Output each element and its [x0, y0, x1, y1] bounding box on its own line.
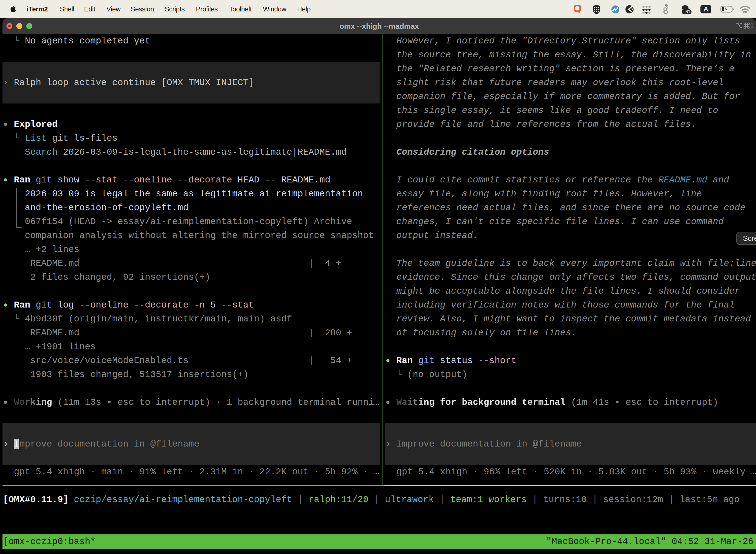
svg-text:1: 1: [750, 22, 754, 29]
